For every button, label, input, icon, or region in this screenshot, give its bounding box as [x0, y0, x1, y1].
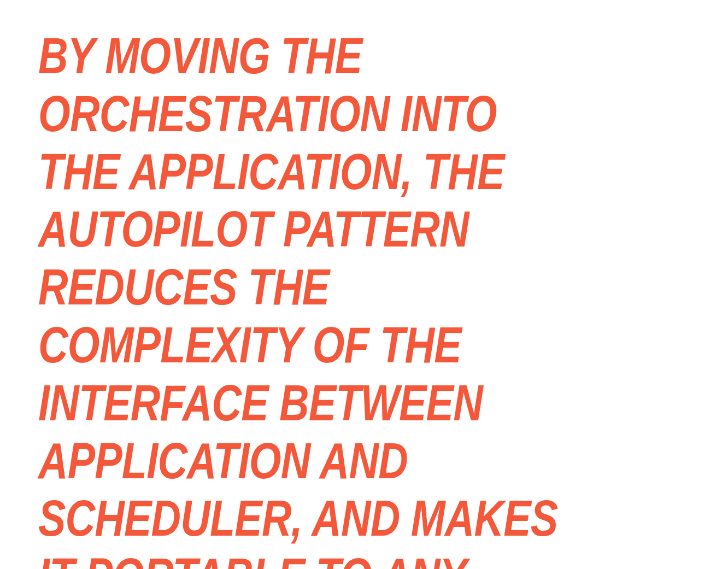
quote-text: By moving the orchestration into the app…	[38, 27, 572, 569]
slide-container: By moving the orchestration into the app…	[0, 0, 728, 569]
